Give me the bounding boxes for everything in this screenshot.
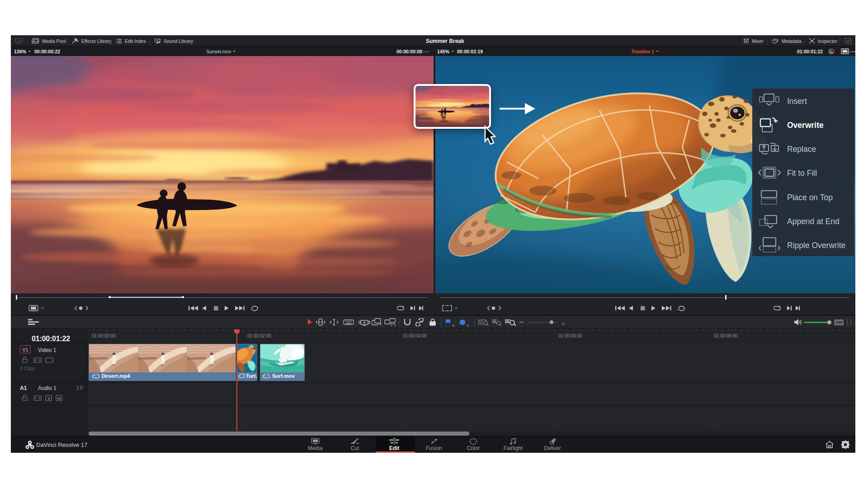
svg-text:M: M [57, 396, 61, 401]
svg-text:S: S [47, 396, 50, 401]
